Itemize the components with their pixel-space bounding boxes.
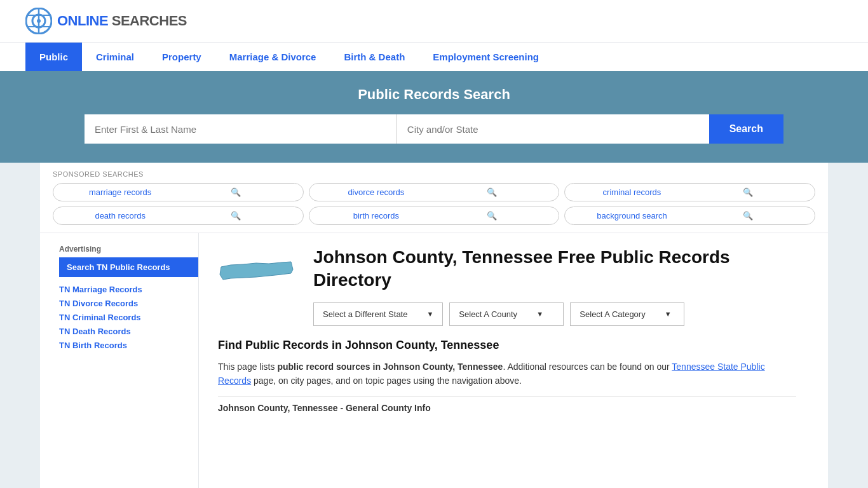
search-icon-criminal: 🔍 xyxy=(690,187,806,197)
sidebar-links: TN Marriage Records TN Divorce Records T… xyxy=(59,283,198,351)
dropdowns: Select a Different State ▼ Select A Coun… xyxy=(313,302,796,326)
nav-employment[interactable]: Employment Screening xyxy=(419,43,553,71)
search-button[interactable]: Search xyxy=(709,114,783,144)
site-header: ONLINE SEARCHES xyxy=(0,0,868,42)
logo-text: ONLINE SEARCHES xyxy=(57,13,187,29)
section-divider xyxy=(218,396,796,396)
search-icon-death: 🔍 xyxy=(178,211,294,220)
find-section: Find Public Records in Johnson County, T… xyxy=(218,339,796,413)
sidebar-link-criminal[interactable]: TN Criminal Records xyxy=(59,311,198,323)
hero-title: Public Records Search xyxy=(25,86,843,103)
state-dropdown[interactable]: Select a Different State ▼ xyxy=(313,302,443,326)
search-bar: Search xyxy=(85,114,783,144)
nav-marriage-divorce[interactable]: Marriage & Divorce xyxy=(215,43,330,71)
logo[interactable]: ONLINE SEARCHES xyxy=(25,8,187,34)
search-icon-marriage: 🔍 xyxy=(178,187,294,197)
nav-public[interactable]: Public xyxy=(25,43,82,71)
chevron-down-icon-county: ▼ xyxy=(536,310,543,318)
pill-divorce-records[interactable]: divorce records 🔍 xyxy=(309,183,560,201)
sponsored-grid: marriage records 🔍 divorce records 🔍 cri… xyxy=(53,183,815,225)
nav-criminal[interactable]: Criminal xyxy=(82,43,148,71)
chevron-down-icon-category: ▼ xyxy=(665,310,672,318)
main-wrapper: Advertising Search TN Public Records TN … xyxy=(40,233,828,488)
page-heading: Johnson County, Tennessee Free Public Re… xyxy=(313,246,796,292)
search-icon-divorce: 🔍 xyxy=(434,187,550,197)
svg-point-5 xyxy=(37,19,41,23)
body-area: SPONSORED SEARCHES marriage records 🔍 di… xyxy=(40,163,828,488)
search-icon-background: 🔍 xyxy=(690,211,806,220)
pill-background-search[interactable]: background search 🔍 xyxy=(564,207,815,225)
pill-death-records[interactable]: death records 🔍 xyxy=(53,207,304,225)
pill-criminal-records[interactable]: criminal records 🔍 xyxy=(564,183,815,201)
nav-birth-death[interactable]: Birth & Death xyxy=(330,43,419,71)
name-input[interactable] xyxy=(85,114,397,144)
find-title: Find Public Records in Johnson County, T… xyxy=(218,339,796,352)
state-title: Johnson County, Tennessee Free Public Re… xyxy=(313,246,796,326)
tennessee-map-svg xyxy=(218,252,294,297)
find-description: This page lists public record sources in… xyxy=(218,360,796,388)
sidebar-link-birth[interactable]: TN Birth Records xyxy=(59,339,198,351)
sidebar-featured-link[interactable]: Search TN Public Records xyxy=(59,257,198,277)
pill-birth-records[interactable]: birth records 🔍 xyxy=(309,207,560,225)
sponsored-section: SPONSORED SEARCHES marriage records 🔍 di… xyxy=(40,163,828,233)
search-icon-birth: 🔍 xyxy=(434,211,550,220)
pill-marriage-records[interactable]: marriage records 🔍 xyxy=(53,183,304,201)
category-dropdown[interactable]: Select A Category ▼ xyxy=(570,302,684,326)
logo-icon xyxy=(25,8,52,34)
sidebar-link-death[interactable]: TN Death Records xyxy=(59,325,198,337)
sidebar-link-marriage[interactable]: TN Marriage Records xyxy=(59,283,198,295)
sidebar-ad-label: Advertising xyxy=(59,245,198,254)
sponsored-label: SPONSORED SEARCHES xyxy=(53,170,815,178)
sidebar-link-divorce[interactable]: TN Divorce Records xyxy=(59,297,198,309)
chevron-down-icon-state: ▼ xyxy=(426,310,433,318)
sidebar: Advertising Search TN Public Records TN … xyxy=(53,233,199,488)
location-input[interactable] xyxy=(397,114,709,144)
main-nav: Public Criminal Property Marriage & Divo… xyxy=(0,42,868,71)
svg-marker-6 xyxy=(220,262,293,280)
county-dropdown[interactable]: Select A County ▼ xyxy=(449,302,564,326)
state-header: Johnson County, Tennessee Free Public Re… xyxy=(218,246,796,326)
nav-property[interactable]: Property xyxy=(148,43,215,71)
hero-banner: Public Records Search Search xyxy=(0,71,868,163)
main-content: Johnson County, Tennessee Free Public Re… xyxy=(199,233,815,488)
state-map xyxy=(218,246,301,299)
general-info-label: Johnson County, Tennessee - General Coun… xyxy=(218,403,796,413)
